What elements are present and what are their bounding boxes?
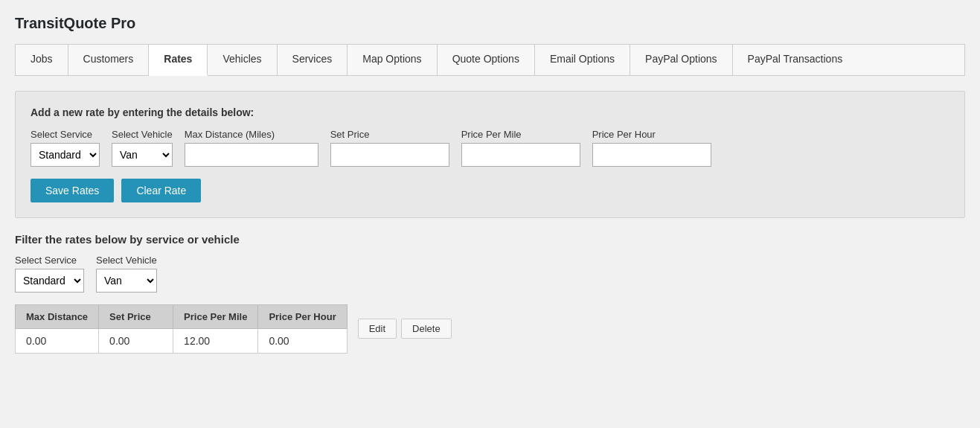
rates-table-wrapper: Max Distance Set Price Price Per Mile Pr… (15, 304, 965, 354)
max-distance-input[interactable] (185, 143, 318, 167)
row-actions: Edit Delete (358, 319, 452, 339)
add-rate-card: Add a new rate by entering the details b… (15, 91, 965, 218)
delete-button[interactable]: Delete (401, 319, 452, 339)
filter-title: Filter the rates below by service or veh… (15, 233, 965, 246)
rates-table: Max Distance Set Price Price Per Mile Pr… (15, 304, 348, 354)
table-row: 0.00 0.00 12.00 0.00 (16, 328, 348, 353)
edit-button[interactable]: Edit (358, 319, 397, 339)
tab-services[interactable]: Services (278, 45, 348, 75)
tab-paypal-options[interactable]: PayPal Options (630, 45, 733, 75)
app-title: TransitQuote Pro (15, 15, 965, 32)
cell-price-per-mile: 12.00 (173, 328, 258, 353)
filter-row: Select Service Standard Express Economy … (15, 255, 965, 293)
filter-service-dropdown[interactable]: Standard Express Economy (15, 269, 84, 293)
filter-service-group: Select Service Standard Express Economy (15, 255, 84, 293)
select-vehicle-dropdown[interactable]: Van Sedan SUV Truck (112, 143, 173, 167)
tab-vehicles[interactable]: Vehicles (208, 45, 277, 75)
price-per-mile-group: Price Per Mile (461, 129, 580, 167)
price-per-hour-label: Price Per Hour (592, 129, 711, 140)
col-price-per-mile: Price Per Mile (173, 304, 258, 328)
max-distance-label: Max Distance (Miles) (185, 129, 318, 140)
filter-vehicle-dropdown[interactable]: Van Sedan SUV Truck (96, 269, 157, 293)
tab-rates[interactable]: Rates (149, 45, 208, 76)
select-service-label: Select Service (31, 129, 100, 140)
form-buttons: Save Rates Clear Rate (31, 179, 949, 202)
price-per-mile-label: Price Per Mile (461, 129, 580, 140)
tab-quote-options[interactable]: Quote Options (438, 45, 535, 75)
col-max-distance: Max Distance (16, 304, 99, 328)
cell-max-distance: 0.00 (16, 328, 99, 353)
tab-bar: Jobs Customers Rates Vehicles Services M… (15, 44, 965, 76)
select-service-group: Select Service Standard Express Economy (31, 129, 100, 167)
select-vehicle-group: Select Vehicle Van Sedan SUV Truck (112, 129, 173, 167)
tab-customers[interactable]: Customers (68, 45, 150, 75)
filter-vehicle-group: Select Vehicle Van Sedan SUV Truck (96, 255, 157, 293)
tab-jobs[interactable]: Jobs (16, 45, 68, 75)
select-service-dropdown[interactable]: Standard Express Economy (31, 143, 100, 167)
filter-service-label: Select Service (15, 255, 84, 266)
price-per-hour-group: Price Per Hour (592, 129, 711, 167)
tab-email-options[interactable]: Email Options (535, 45, 630, 75)
max-distance-group: Max Distance (Miles) (185, 129, 318, 167)
set-price-label: Set Price (330, 129, 449, 140)
select-vehicle-label: Select Vehicle (112, 129, 173, 140)
col-set-price: Set Price (99, 304, 173, 328)
col-price-per-hour: Price Per Hour (258, 304, 347, 328)
price-per-mile-input[interactable] (461, 143, 580, 167)
add-rate-form-row: Select Service Standard Express Economy … (31, 129, 949, 167)
save-rates-button[interactable]: Save Rates (31, 179, 114, 202)
tab-map-options[interactable]: Map Options (348, 45, 437, 75)
cell-price-per-hour: 0.00 (258, 328, 347, 353)
price-per-hour-input[interactable] (592, 143, 711, 167)
tab-paypal-transactions[interactable]: PayPal Transactions (733, 45, 858, 75)
add-rate-title: Add a new rate by entering the details b… (31, 106, 949, 118)
filter-vehicle-label: Select Vehicle (96, 255, 157, 266)
cell-set-price: 0.00 (99, 328, 173, 353)
clear-rate-button[interactable]: Clear Rate (121, 179, 201, 202)
filter-section: Filter the rates below by service or veh… (15, 233, 965, 354)
set-price-group: Set Price (330, 129, 449, 167)
set-price-input[interactable] (330, 143, 449, 167)
